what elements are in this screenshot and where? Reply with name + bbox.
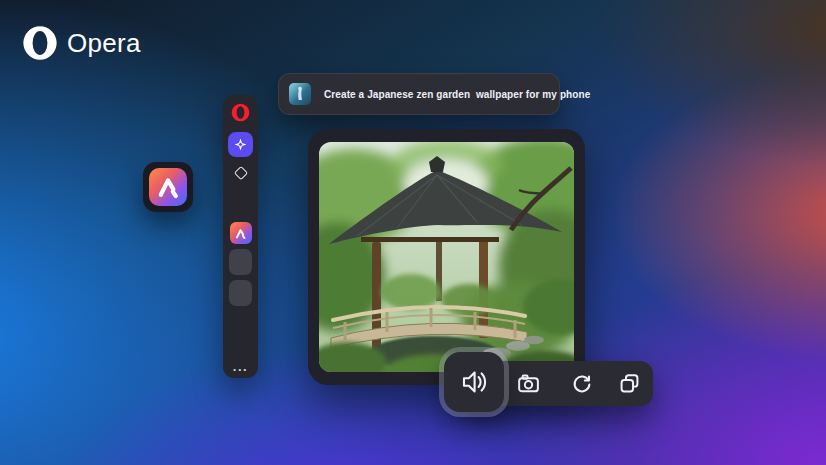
- diamond-outline-icon[interactable]: [233, 166, 247, 180]
- opera-logo-icon: [22, 25, 58, 61]
- screenshot-button[interactable]: [510, 365, 547, 402]
- regenerate-button[interactable]: [563, 365, 600, 402]
- read-aloud-button[interactable]: [444, 352, 504, 412]
- copy-icon: [617, 371, 642, 396]
- aria-a-icon: [233, 226, 248, 241]
- sparkle-icon: [234, 138, 247, 151]
- sidebar-overflow-button[interactable]: ...: [233, 364, 248, 370]
- sidebar-placeholder-tab-2[interactable]: [229, 280, 252, 306]
- opera-promo-screen: Opera Create a Japanese zen garden wallp…: [0, 0, 826, 465]
- prompt-bubble: Create a Japanese zen garden wallpaper f…: [278, 73, 560, 115]
- prompt-text: Create a Japanese zen garden wallpaper f…: [324, 89, 590, 100]
- browser-sidebar: ...: [223, 95, 258, 378]
- copy-button[interactable]: [611, 365, 648, 402]
- refresh-icon: [570, 372, 594, 396]
- opera-o-red-icon: [231, 103, 250, 122]
- aria-app-icon[interactable]: [143, 162, 193, 212]
- speaker-icon: [458, 366, 490, 398]
- sidebar-item-aria-app[interactable]: [230, 222, 252, 244]
- prompt-thumbnail-icon: [289, 83, 311, 105]
- zen-garden-image[interactable]: [319, 142, 574, 372]
- sidebar-placeholder-tab-1[interactable]: [229, 249, 252, 275]
- brand: Opera: [22, 25, 141, 61]
- generated-image-card: [308, 129, 585, 385]
- camera-icon: [516, 371, 541, 396]
- sidebar-item-aria-ai[interactable]: [228, 132, 253, 157]
- brand-wordmark: Opera: [67, 28, 141, 59]
- aria-gradient-a-icon: [149, 168, 187, 206]
- sidebar-item-opera-menu[interactable]: [231, 103, 250, 122]
